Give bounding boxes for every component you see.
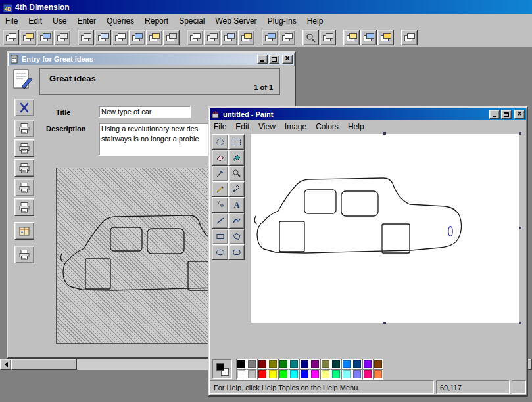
cancel-record-button[interactable]: [14, 99, 34, 116]
tool-curve[interactable]: [228, 213, 245, 229]
paint-menu-item-help[interactable]: Help: [343, 122, 369, 132]
canvas-resize-handle[interactable]: [519, 322, 521, 324]
toolbar-button-12[interactable]: [204, 30, 220, 45]
tool-polygon[interactable]: [228, 229, 245, 244]
color-swatch-ffffff[interactable]: [236, 369, 247, 380]
paint-menu-item-image[interactable]: Image: [280, 122, 311, 132]
canvas-resize-handle[interactable]: [519, 132, 521, 135]
color-swatch-000080[interactable]: [299, 359, 310, 369]
toolbar-button-6[interactable]: [95, 30, 111, 45]
color-swatch-00ffff[interactable]: [289, 369, 299, 380]
tool-airbrush[interactable]: [212, 197, 228, 213]
canvas-resize-handle[interactable]: [383, 322, 386, 324]
toolbar-button-1[interactable]: [3, 30, 19, 45]
toolbar-button-8[interactable]: [129, 30, 145, 45]
toolbar-button-11[interactable]: [187, 30, 203, 45]
paint-close-button[interactable]: ×: [514, 110, 525, 119]
record-tool-3[interactable]: [14, 159, 34, 177]
menu-item-use[interactable]: Use: [47, 15, 72, 27]
toolbar-button-15[interactable]: [262, 30, 278, 45]
menu-item-help[interactable]: Help: [302, 15, 329, 27]
color-swatch-800000[interactable]: [257, 359, 268, 369]
paint-titlebar[interactable]: untitled - Paint ×: [210, 108, 526, 120]
color-swatch-8000ff[interactable]: [362, 359, 373, 369]
tool-line[interactable]: [212, 213, 228, 229]
record-tool-6[interactable]: [14, 222, 34, 240]
record-tool-5[interactable]: [14, 198, 34, 216]
entry-maximize-button[interactable]: [269, 55, 279, 64]
menu-item-special[interactable]: Special: [174, 15, 210, 27]
color-swatch-008000[interactable]: [278, 359, 289, 369]
color-swatch-80ffff[interactable]: [341, 369, 352, 380]
color-swatch-0080ff[interactable]: [341, 359, 352, 369]
entry-titlebar[interactable]: Entry for Great ideas ×: [9, 53, 294, 65]
scroll-thumb[interactable]: [11, 359, 77, 370]
entry-minimize-button[interactable]: [257, 55, 268, 64]
menu-item-edit[interactable]: Edit: [23, 15, 47, 27]
color-swatch-ffff80[interactable]: [320, 369, 331, 380]
scroll-left-button[interactable]: [0, 359, 11, 370]
color-swatch-ff00ff[interactable]: [310, 369, 320, 380]
tool-pencil[interactable]: [212, 181, 228, 197]
paint-menu-item-colors[interactable]: Colors: [311, 122, 343, 132]
tool-magnifier[interactable]: [228, 166, 245, 181]
color-swatch-004080[interactable]: [352, 359, 362, 369]
color-swatch-004040[interactable]: [331, 359, 341, 369]
menu-item-queries[interactable]: Queries: [101, 15, 139, 27]
record-tool-2[interactable]: [14, 139, 34, 157]
entry-close-button[interactable]: ×: [282, 55, 293, 64]
tool-rounded-rectangle[interactable]: [228, 244, 245, 260]
menu-item-enter[interactable]: Enter: [72, 15, 101, 27]
color-swatch-808000[interactable]: [268, 359, 278, 369]
color-swatch-ff8040[interactable]: [373, 369, 383, 380]
toolbar-button-2[interactable]: [20, 30, 36, 45]
paint-maximize-button[interactable]: [501, 110, 512, 119]
color-swatch-808040[interactable]: [320, 359, 331, 369]
current-colors-indicator[interactable]: [212, 359, 232, 379]
toolbar-button-14[interactable]: [238, 30, 254, 45]
record-tool-1[interactable]: [14, 120, 34, 137]
tool-ellipse[interactable]: [212, 244, 228, 260]
tool-pick-color[interactable]: [212, 166, 228, 181]
toolbar-button-9[interactable]: [146, 30, 162, 45]
color-swatch-ffff00[interactable]: [268, 369, 278, 380]
toolbar-button-21[interactable]: [377, 30, 394, 45]
record-tool-4[interactable]: [14, 179, 34, 196]
color-swatch-804000[interactable]: [373, 359, 383, 369]
tool-brush[interactable]: [228, 181, 245, 197]
paint-minimize-button[interactable]: [489, 110, 500, 119]
menu-item-report[interactable]: Report: [139, 15, 174, 27]
tool-text[interactable]: A: [228, 197, 245, 213]
menu-item-plug-ins[interactable]: Plug-Ins: [262, 15, 302, 27]
toolbar-button-19[interactable]: [343, 30, 360, 45]
color-swatch-800080[interactable]: [310, 359, 320, 369]
color-swatch-808080[interactable]: [247, 359, 257, 369]
color-swatch-00ff80[interactable]: [331, 369, 341, 380]
color-swatch-00ff00[interactable]: [278, 369, 289, 380]
color-swatch-000000[interactable]: [236, 359, 247, 369]
toolbar-button-13[interactable]: [221, 30, 237, 45]
toolbar-button-4[interactable]: [54, 30, 70, 45]
title-input[interactable]: [99, 106, 191, 118]
app-titlebar[interactable]: 4D 4th Dimension: [0, 0, 532, 14]
tool-rectangle[interactable]: [212, 229, 228, 244]
color-swatch-0000ff[interactable]: [299, 369, 310, 380]
tool-eraser[interactable]: [212, 150, 228, 166]
paint-menu-item-edit[interactable]: Edit: [231, 122, 254, 132]
toolbar-button-22[interactable]: [401, 30, 418, 45]
toolbar-button-7[interactable]: [112, 30, 128, 45]
color-swatch-c0c0c0[interactable]: [247, 369, 257, 380]
toolbar-button-16[interactable]: [279, 30, 295, 45]
paint-menu-item-file[interactable]: File: [209, 122, 231, 132]
canvas-resize-handle[interactable]: [383, 132, 386, 135]
toolbar-button-3[interactable]: [37, 30, 53, 45]
color-swatch-ff0000[interactable]: [257, 369, 268, 380]
canvas-resize-handle[interactable]: [519, 227, 521, 229]
color-swatch-008080[interactable]: [289, 359, 299, 369]
color-swatch-ff0080[interactable]: [362, 369, 373, 380]
record-tool-7[interactable]: [14, 246, 34, 263]
tool-fill[interactable]: [228, 150, 245, 166]
toolbar-button-5[interactable]: [78, 30, 94, 45]
toolbar-search-button[interactable]: [302, 30, 319, 45]
paint-menu-item-view[interactable]: View: [254, 122, 280, 132]
